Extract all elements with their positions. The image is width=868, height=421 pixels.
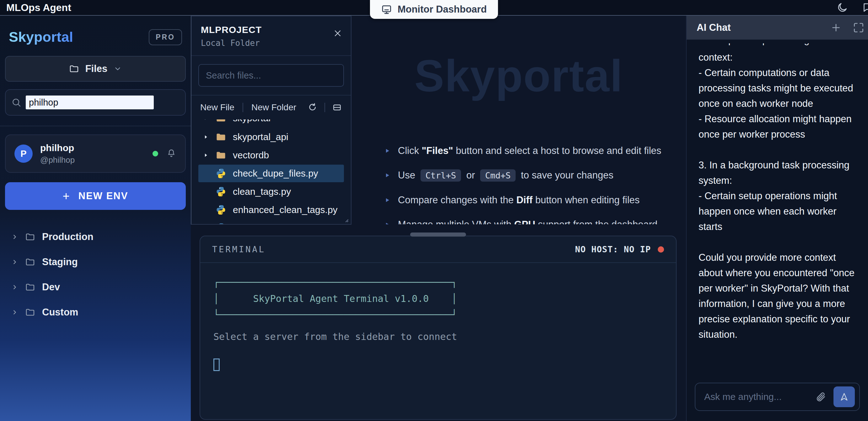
top-bar: MLOps Agent Monitor Dashboard (0, 0, 868, 16)
tip-segment: button when editing files (532, 195, 640, 205)
pro-badge: PRO (149, 29, 182, 45)
tip-segment: Compare changes with the (398, 195, 516, 205)
sidebar: Skyportal PRO Files P (0, 16, 191, 421)
env-label: Custom (42, 307, 78, 318)
file-name: clean_tags.py (233, 186, 291, 197)
expand-icon[interactable] (853, 22, 864, 33)
chat-header: AI Chat (687, 16, 868, 39)
file-explorer-panel: MLPROJECT Local Folder New File New Fold… (191, 16, 351, 225)
sidebar-item-custom[interactable]: Custom (0, 300, 191, 325)
tip-text: Use Ctrl+S or Cmd+S to save your changes (398, 168, 614, 183)
file-tree-row-clean_tags.py[interactable]: clean_tags.py (198, 183, 344, 200)
file-tree-row-skyportal_api[interactable]: skyportal_api (198, 128, 344, 146)
folder-icon (25, 232, 35, 242)
plus-icon: + (63, 190, 70, 203)
files-button[interactable]: Files (5, 56, 186, 82)
online-status-dot (153, 151, 158, 157)
chat-body: context: - Certain computations or data … (699, 50, 856, 342)
python-file-icon (215, 222, 226, 224)
monitor-dashboard-button[interactable]: Monitor Dashboard (370, 0, 498, 19)
app-title: MLOps Agent (6, 2, 71, 13)
chevron-right-icon (11, 258, 18, 265)
refresh-icon[interactable] (308, 103, 317, 112)
new-folder-button[interactable]: New Folder (251, 103, 296, 112)
python-file-icon (215, 204, 226, 216)
file-tree: skyportalskyportal_apivectordbcheck_dupe… (191, 119, 351, 224)
tip-item: Compare changes with the Diff button whe… (385, 193, 686, 208)
host-search-box (5, 89, 186, 116)
tip-bullet-icon (385, 197, 390, 203)
tip-segment: "Files" (422, 145, 453, 156)
file-tree-row-check_dupe_files.py[interactable]: check_dupe_files.py (198, 165, 344, 182)
chat-paragraph: Could you provide more context about whe… (699, 250, 856, 342)
sidebar-item-staging[interactable]: Staging (0, 249, 191, 275)
tips-list: Click "Files" button and select a host t… (385, 143, 686, 224)
server-panel-icon[interactable] (332, 103, 342, 112)
env-label: Production (42, 231, 94, 243)
file-name: enhanced_clean_tags.py (233, 204, 338, 215)
chat-bubble-icon[interactable] (862, 2, 868, 13)
tip-segment: or (464, 170, 477, 181)
terminal-status-text: NO HOST: NO IP (575, 245, 651, 254)
chat-title: AI Chat (697, 22, 731, 33)
chat-paragraph: 3. In a background task processing syste… (699, 158, 856, 234)
send-button[interactable] (834, 387, 855, 407)
avatar: P (14, 144, 33, 163)
chat-input-row (695, 383, 860, 411)
file-tree-row-vectordb[interactable]: vectordb (198, 146, 344, 164)
bell-icon[interactable] (166, 149, 176, 159)
folder-icon (215, 149, 226, 161)
tip-text: Click "Files" button and select a host t… (398, 143, 661, 158)
chat-paragraph: context: - Certain computations or data … (699, 50, 856, 142)
terminal-drag-handle[interactable] (410, 232, 466, 236)
toolbar-separator (324, 103, 325, 112)
search-icon (11, 97, 21, 108)
file-tree-row-enhanced_clean_tags.py[interactable]: enhanced_clean_tags.py (198, 201, 344, 219)
tip-item: Manage multiple VMs with GPU support fro… (385, 217, 686, 224)
resize-handle-icon[interactable] (342, 216, 349, 223)
chat-message-area[interactable]: 2. In a parallel processing context: - C… (687, 39, 868, 376)
chevron-right-icon (203, 152, 209, 158)
paperclip-icon[interactable] (815, 391, 826, 402)
close-icon[interactable] (333, 28, 343, 38)
new-file-button[interactable]: New File (200, 103, 235, 112)
chevron-right-icon (11, 233, 18, 240)
user-handle: @philhop (40, 155, 75, 165)
host-search-input[interactable] (26, 95, 154, 109)
tip-bullet-icon (385, 172, 390, 178)
file-search-input[interactable] (198, 64, 344, 87)
tip-bullet-icon (385, 222, 390, 224)
tip-bullet-icon (385, 148, 390, 153)
terminal-body[interactable]: ┌───────────────────────────────────────… (200, 263, 676, 385)
terminal-cursor (213, 359, 220, 371)
python-file-icon (215, 168, 226, 179)
tip-segment: to save your changes (518, 170, 613, 181)
sidebar-item-production[interactable]: Production (0, 224, 191, 249)
ai-chat-panel: AI Chat 2. In a parallel processing cont… (686, 16, 868, 421)
file-tree-row-skyportal[interactable]: skyportal (198, 119, 344, 127)
new-chat-plus-icon[interactable] (830, 22, 842, 33)
keyboard-shortcut: Cmd+S (480, 169, 516, 181)
tip-segment: Diff (516, 195, 532, 205)
user-name: philhop (40, 143, 75, 153)
theme-moon-icon[interactable] (837, 2, 848, 13)
tip-item: Click "Files" button and select a host t… (385, 143, 686, 158)
tip-item: Use Ctrl+S or Cmd+S to save your changes (385, 168, 686, 183)
file-name: vectordb (233, 150, 269, 161)
chevron-right-icon (203, 134, 209, 140)
keyboard-shortcut: Ctrl+S (421, 169, 461, 181)
file-name: skyportal_api (233, 132, 288, 142)
tip-text: Manage multiple VMs with GPU support fro… (398, 217, 657, 224)
app-window: MLOps Agent Monitor Dashboard Skyportal … (0, 0, 868, 421)
chat-input[interactable] (704, 391, 808, 402)
monitor-icon (381, 4, 392, 15)
body-row: Skyportal PRO Files P (0, 16, 868, 421)
user-card[interactable]: P philhop @philhop (5, 135, 186, 173)
sidebar-item-dev[interactable]: Dev (0, 275, 191, 300)
file-name: skyportal (233, 119, 271, 123)
file-tree-row-good_crawler_rss.py[interactable]: good_crawler_rss.py (198, 219, 344, 224)
new-env-button[interactable]: + NEW ENV (5, 182, 186, 210)
sidebar-divider (0, 126, 191, 126)
new-env-label: NEW ENV (79, 190, 128, 202)
chevron-down-icon (114, 65, 122, 73)
